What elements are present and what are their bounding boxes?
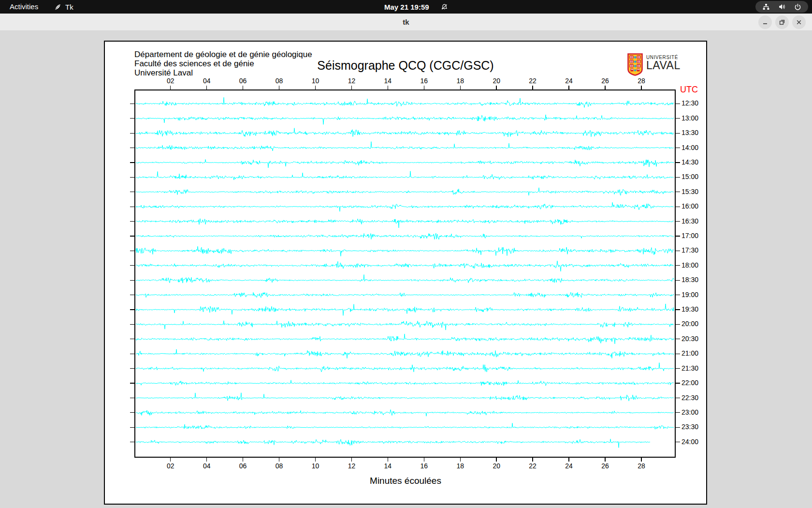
x-tick-bottom: [170, 458, 171, 462]
seismogram-trace-row-21:00: [136, 349, 674, 359]
row-time-label: 14:00: [682, 144, 715, 152]
row-tick-left: [130, 383, 134, 383]
x-axis-caption: Minutes écoulées: [105, 476, 706, 486]
row-tick-right: [676, 295, 680, 295]
row-tick-right: [676, 383, 680, 383]
tk-feather-icon: [54, 3, 61, 11]
x-tick-label-top: 08: [270, 77, 289, 85]
row-tick-right: [676, 207, 680, 207]
row-tick-right: [676, 118, 680, 119]
x-tick-top: [206, 86, 207, 90]
minimize-button[interactable]: [758, 15, 772, 29]
row-time-label: 24:00: [682, 438, 715, 446]
x-tick-top: [388, 86, 389, 90]
x-tick-top: [496, 86, 497, 90]
seismogram-trace-row-17:00: [136, 233, 674, 239]
x-tick-label-bottom: 16: [414, 462, 434, 470]
x-tick-bottom: [351, 458, 352, 462]
row-tick-right: [676, 177, 680, 178]
close-button[interactable]: [792, 15, 806, 29]
row-time-label: 14:30: [682, 158, 715, 166]
row-time-label: 21:30: [682, 364, 715, 373]
x-tick-bottom: [315, 458, 316, 462]
seismogram-trace-row-13:00: [136, 115, 674, 124]
system-status-area[interactable]: [755, 1, 808, 13]
x-tick-label-top: 06: [233, 77, 253, 85]
row-time-label: 15:00: [682, 173, 715, 181]
seismogram-trace-row-18:30: [136, 275, 674, 284]
x-tick-top: [424, 86, 425, 90]
row-tick-right: [676, 162, 680, 163]
traces-svg: [135, 90, 675, 457]
row-time-label: 22:00: [682, 379, 715, 387]
helicorder-plot: 0202040406060808101012121414161618182020…: [134, 90, 676, 458]
seismogram-trace-row-24:00: [136, 439, 650, 448]
x-tick-bottom: [641, 458, 642, 462]
seismogram-trace-row-23:30: [136, 423, 674, 429]
window-titlebar[interactable]: tk: [0, 14, 812, 31]
x-tick-label-bottom: 10: [306, 462, 325, 470]
laval-logo-laval: LAVAL: [646, 60, 681, 71]
x-tick-bottom: [496, 458, 497, 462]
row-tick-right: [676, 398, 680, 398]
row-tick-right: [676, 339, 680, 339]
row-tick-right: [676, 192, 680, 192]
clock-label: May 21 19:59: [384, 3, 429, 11]
row-tick-left: [130, 427, 134, 428]
x-tick-label-bottom: 18: [450, 462, 470, 470]
window-controls: [758, 15, 806, 29]
clock-menu[interactable]: May 21 19:59: [384, 0, 448, 14]
row-tick-right: [676, 427, 680, 428]
wired-network-icon: [762, 3, 770, 11]
restore-button[interactable]: [775, 15, 789, 29]
x-tick-label-bottom: 24: [559, 462, 579, 470]
row-tick-left: [130, 265, 134, 266]
row-tick-left: [130, 148, 134, 148]
x-tick-label-bottom: 02: [161, 462, 180, 470]
x-tick-label-top: 12: [342, 77, 361, 85]
bell-muted-icon: [441, 3, 448, 11]
row-tick-right: [676, 265, 680, 266]
x-tick-label-top: 20: [487, 77, 506, 85]
universite-laval-logo: UNIVERSITÉ LAVAL: [627, 53, 681, 78]
chart-title: Séismographe QCQ (CGC/GSC): [105, 59, 706, 73]
seismogram-trace-row-21:30: [136, 363, 674, 372]
x-tick-label-bottom: 12: [342, 462, 361, 470]
x-tick-bottom: [388, 458, 389, 462]
row-tick-right: [676, 133, 680, 134]
seismogram-trace-row-23:00: [136, 410, 674, 417]
x-tick-label-bottom: 08: [270, 462, 289, 470]
row-tick-right: [676, 324, 680, 325]
row-tick-left: [130, 221, 134, 222]
x-tick-top: [532, 86, 533, 90]
row-tick-left: [130, 354, 134, 354]
seismogram-trace-row-13:30: [136, 128, 674, 137]
row-time-label: 19:30: [682, 305, 715, 314]
row-tick-left: [130, 368, 134, 369]
row-tick-left: [130, 339, 134, 339]
row-time-label: 21:00: [682, 349, 715, 358]
laval-shield-icon: [627, 53, 643, 78]
laval-logo-text: UNIVERSITÉ LAVAL: [646, 53, 681, 78]
row-tick-left: [130, 162, 134, 163]
x-tick-top: [641, 86, 642, 90]
row-tick-right: [676, 412, 680, 413]
x-tick-bottom: [605, 458, 606, 462]
seismogram-trace-row-16:30: [136, 219, 674, 228]
seismogram-trace-row-14:00: [136, 142, 674, 151]
row-time-label: 18:30: [682, 276, 715, 284]
seismogram-trace-row-19:30: [136, 304, 674, 315]
x-tick-bottom: [243, 458, 244, 462]
row-time-label: 16:00: [682, 202, 715, 210]
activities-button[interactable]: Activities: [10, 0, 38, 14]
tk-window-body: Département de géologie et de génie géol…: [0, 31, 812, 508]
x-tick-bottom: [568, 458, 569, 462]
row-tick-right: [676, 368, 680, 369]
row-tick-left: [130, 251, 134, 251]
x-tick-label-bottom: 20: [487, 462, 506, 470]
minimize-icon: [762, 19, 768, 26]
x-tick-top: [568, 86, 569, 90]
row-time-label: 17:30: [682, 246, 715, 254]
focused-app-indicator[interactable]: Tk: [54, 0, 73, 14]
seismogram-trace-row-22:00: [136, 380, 674, 386]
